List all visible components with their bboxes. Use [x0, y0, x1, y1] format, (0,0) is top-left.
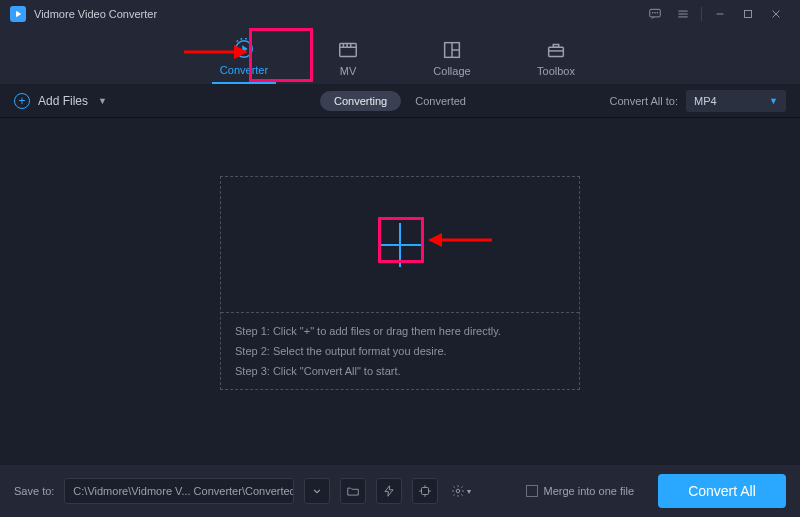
chevron-down-icon: ▼	[769, 96, 778, 106]
svg-rect-9	[745, 11, 752, 18]
svg-marker-29	[385, 486, 393, 497]
collage-icon	[441, 39, 463, 61]
convert-all-to-label: Convert All to:	[610, 95, 678, 107]
maximize-button[interactable]	[734, 0, 762, 28]
svg-rect-23	[553, 45, 559, 48]
mv-icon	[337, 39, 359, 61]
tab-collage[interactable]: Collage	[420, 28, 484, 84]
instructions: Step 1: Click "+" to add files or drag t…	[221, 313, 579, 389]
minimize-button[interactable]	[706, 0, 734, 28]
tab-mv[interactable]: MV	[316, 28, 380, 84]
status-tabs: Converting Converted	[320, 91, 480, 111]
merge-label: Merge into one file	[544, 485, 635, 497]
toolbox-icon	[545, 39, 567, 61]
merge-checkbox[interactable]: Merge into one file	[526, 485, 635, 497]
save-to-label: Save to:	[14, 485, 54, 497]
svg-rect-14	[340, 44, 357, 57]
tab-label: Toolbox	[537, 65, 575, 77]
add-files-label: Add Files	[38, 94, 88, 108]
chevron-down-icon: ▾	[467, 487, 471, 496]
svg-marker-13	[242, 45, 248, 52]
save-path[interactable]: C:\Vidmore\Vidmore V... Converter\Conver…	[64, 478, 294, 504]
app-logo	[10, 6, 26, 22]
step-text: Step 1: Click "+" to add files or drag t…	[235, 325, 565, 337]
svg-rect-30	[422, 488, 429, 495]
add-files-plus[interactable]	[378, 223, 422, 267]
add-files-button[interactable]: + Add Files ▼	[14, 93, 107, 109]
tab-label: Collage	[433, 65, 470, 77]
checkbox-box	[526, 485, 538, 497]
svg-point-3	[655, 12, 656, 13]
step-text: Step 2: Select the output format you des…	[235, 345, 565, 357]
high-speed-button[interactable]	[376, 478, 402, 504]
divider	[701, 7, 702, 21]
work-area: Step 1: Click "+" to add files or drag t…	[0, 118, 800, 448]
svg-point-2	[652, 12, 653, 13]
step-text: Step 3: Click "Convert All" to start.	[235, 365, 565, 377]
format-value: MP4	[694, 95, 717, 107]
tool-row: + Add Files ▼ Converting Converted Conve…	[0, 84, 800, 118]
main-tabs: Converter MV Collage Toolbox	[0, 28, 800, 84]
bottom-bar: Save to: C:\Vidmore\Vidmore V... Convert…	[0, 465, 800, 517]
app-title: Vidmore Video Converter	[34, 8, 157, 20]
settings-button[interactable]: ▾	[448, 478, 474, 504]
output-format-select[interactable]: MP4 ▼	[686, 90, 786, 112]
svg-rect-22	[549, 47, 564, 56]
converter-icon	[233, 38, 255, 60]
svg-point-35	[457, 489, 461, 493]
gpu-accel-button[interactable]	[412, 478, 438, 504]
tab-converting[interactable]: Converting	[320, 91, 401, 111]
drop-zone-top	[221, 177, 579, 313]
menu-icon[interactable]	[669, 0, 697, 28]
title-bar: Vidmore Video Converter	[0, 0, 800, 28]
chevron-down-icon: ▼	[98, 96, 107, 106]
tab-converted[interactable]: Converted	[401, 91, 480, 111]
drop-zone[interactable]: Step 1: Click "+" to add files or drag t…	[220, 176, 580, 390]
path-dropdown-button[interactable]	[304, 478, 330, 504]
convert-all-button[interactable]: Convert All	[658, 474, 786, 508]
svg-marker-0	[17, 12, 21, 17]
plus-icon: +	[14, 93, 30, 109]
tab-converter[interactable]: Converter	[212, 28, 276, 84]
tab-label: MV	[340, 65, 357, 77]
svg-point-4	[657, 12, 658, 13]
tab-toolbox[interactable]: Toolbox	[524, 28, 588, 84]
open-folder-button[interactable]	[340, 478, 366, 504]
tab-label: Converter	[220, 64, 268, 76]
feedback-icon[interactable]	[641, 0, 669, 28]
close-button[interactable]	[762, 0, 790, 28]
